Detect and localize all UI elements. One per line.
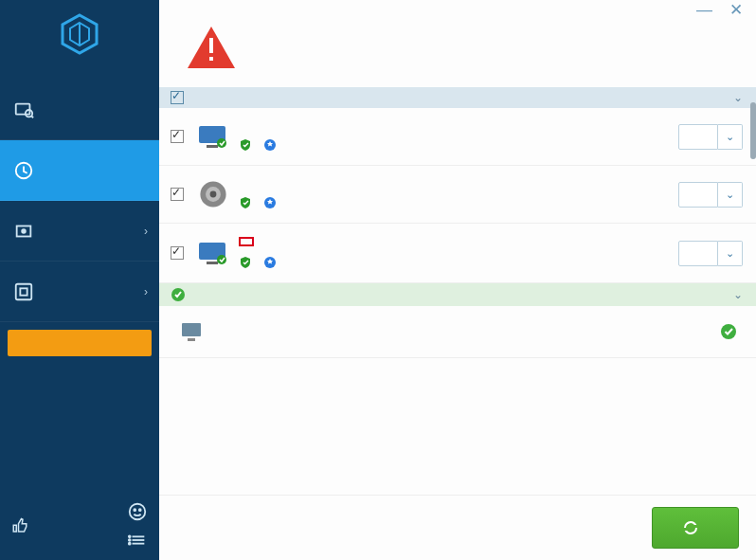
svg-point-13 [139,509,141,511]
network-icon [197,239,229,267]
hardware-icon [13,221,34,242]
driver-checkbox[interactable] [171,130,184,143]
sidebar-bottom [0,494,159,560]
footer [159,495,756,560]
thumbs-up-icon [11,517,28,534]
minimize-button[interactable]: — [696,2,712,18]
verified-badge [263,196,280,209]
update-dropdown[interactable]: ⌄ [718,182,743,208]
svg-rect-24 [207,145,218,148]
svg-point-25 [217,138,226,148]
refresh-icon [681,518,700,537]
svg-point-11 [130,504,146,520]
sidebar: › › [0,0,159,560]
svg-rect-36 [182,323,201,336]
close-button[interactable]: ✕ [729,2,743,18]
menu-icon[interactable] [127,530,148,551]
chevron-right-icon: › [144,225,148,238]
update-dropdown[interactable]: ⌄ [718,124,743,150]
svg-rect-9 [16,283,32,299]
collapse-icon[interactable]: ⌄ [733,288,743,301]
svg-point-18 [129,539,131,541]
logo-area [0,0,159,70]
svg-rect-21 [209,38,213,53]
update-button[interactable] [678,182,718,208]
svg-point-12 [134,509,135,511]
driver-list: ⌄ [159,108,756,495]
svg-point-33 [217,255,226,264]
svg-rect-22 [209,57,213,61]
svg-rect-32 [207,262,218,264]
svg-rect-3 [16,103,30,114]
like-us-button[interactable] [11,517,36,534]
chevron-right-icon: › [144,285,148,298]
nav-update[interactable] [0,140,159,201]
driver-checkbox[interactable] [171,246,184,260]
main-content: — ✕ ⌄ [159,0,756,560]
titlebar: — ✕ [159,0,756,19]
driver-row: ⌄ [159,166,756,224]
section-checkbox[interactable] [171,91,184,104]
update-icon [13,160,34,181]
svg-point-19 [129,543,131,545]
get-pro-button[interactable] [8,330,152,356]
uptodate-row [159,306,756,358]
update-dropdown[interactable]: ⌄ [718,241,743,266]
status-badge [720,323,743,340]
audio-icon [197,180,229,208]
warning-icon [186,25,237,70]
svg-rect-10 [20,288,27,295]
svg-line-5 [31,116,33,117]
driver-row: ⌄ [159,108,756,166]
check-circle-icon [171,287,186,302]
svg-point-8 [22,229,26,233]
scrollbar[interactable] [750,102,756,159]
update-all-button[interactable] [652,507,739,549]
tools-icon [13,281,34,302]
uptodate-section-header[interactable]: ⌄ [159,283,756,306]
verified-badge [263,256,280,269]
logo-icon [57,11,102,57]
collapse-icon[interactable]: ⌄ [733,91,743,104]
verified-badge [263,138,280,152]
whql-badge [239,196,256,209]
update-button[interactable] [678,241,718,266]
gpu-icon [197,122,229,151]
nav-scan[interactable] [0,80,159,140]
outdated-section-header[interactable]: ⌄ [159,87,756,108]
svg-point-29 [210,191,217,198]
driver-checkbox[interactable] [171,188,184,201]
nav-hardware[interactable]: › [0,201,159,262]
feedback-icon[interactable] [127,501,148,522]
svg-rect-37 [188,338,195,341]
driver-name [239,237,254,246]
svg-point-17 [129,535,131,537]
scan-icon [13,99,34,120]
nav: › › [0,80,159,322]
driver-row: ⌄ [159,224,756,283]
header [159,19,756,87]
whql-badge [239,138,256,152]
whql-badge [239,256,256,269]
nav-tools[interactable]: › [0,262,159,322]
device-icon [178,317,207,346]
update-button[interactable] [678,124,718,150]
